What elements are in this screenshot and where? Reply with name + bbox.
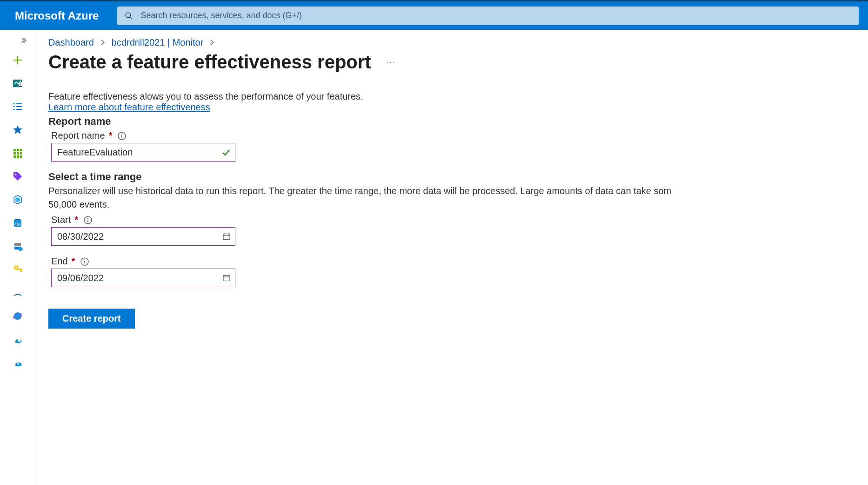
required-asterisk: *: [74, 215, 78, 225]
all-services-list-icon: [12, 101, 23, 112]
required-asterisk: *: [109, 130, 113, 141]
svg-line-1: [130, 17, 133, 19]
search-input[interactable]: [140, 10, 851, 21]
validation-check-icon: [221, 148, 231, 157]
end-date-input[interactable]: [51, 269, 235, 287]
azure-monitor-icon: [12, 334, 23, 345]
end-label-row: End *: [51, 256, 868, 267]
resource-groups-icon: [12, 194, 23, 205]
nav-favorites[interactable]: [0, 118, 35, 141]
svg-rect-30: [20, 270, 22, 272]
start-label-row: Start *: [51, 215, 868, 225]
svg-point-28: [15, 267, 17, 269]
svg-text:SQL: SQL: [14, 223, 20, 226]
sql-servers-icon: [12, 241, 23, 252]
section-heading-time-range: Select a time range: [48, 171, 868, 183]
page-title: Create a feature effectiveness report: [48, 52, 371, 73]
key-vaults-icon: [12, 264, 23, 275]
svg-rect-48: [223, 276, 230, 281]
favorites-star-icon: [12, 124, 23, 135]
info-icon[interactable]: [80, 257, 89, 266]
brand-label: Microsoft Azure: [15, 9, 99, 22]
svg-rect-19: [20, 152, 22, 155]
svg-point-0: [126, 13, 131, 18]
main-content: Dashboard bcdrdrill2021 | Monitor Create…: [35, 30, 868, 485]
start-label: Start: [51, 215, 71, 225]
chevron-right-icon: [210, 37, 214, 48]
nav-dashboard[interactable]: [0, 72, 35, 95]
svg-point-37: [121, 134, 122, 135]
create-report-button[interactable]: Create report: [48, 309, 135, 329]
nav-all-services[interactable]: [0, 95, 35, 118]
start-date-input[interactable]: [51, 227, 235, 246]
report-name-label-row: Report name *: [51, 130, 868, 141]
calendar-icon[interactable]: [222, 274, 231, 282]
nav-all-resources[interactable]: [0, 141, 35, 165]
intro-text: Feature effectiveness alows you to asses…: [48, 91, 868, 102]
nav-cosmos-db[interactable]: [0, 304, 35, 328]
nav-sql-servers[interactable]: [0, 235, 35, 258]
cosmos-db-icon: [12, 310, 23, 322]
learn-more-link[interactable]: Learn more about feature effectiveness: [48, 102, 210, 113]
report-name-input-wrap: [51, 143, 235, 162]
page-title-row: Create a feature effectiveness report ⋯: [48, 52, 868, 73]
section-heading-report-name: Report name: [48, 115, 868, 128]
chevron-expand-icon: [20, 37, 27, 44]
svg-rect-29: [18, 269, 22, 270]
global-search[interactable]: [117, 7, 859, 25]
svg-point-47: [84, 259, 85, 260]
tags-icon: [12, 171, 23, 182]
info-icon[interactable]: [118, 132, 126, 140]
svg-point-9: [13, 108, 14, 110]
cloud-sync-icon: [12, 357, 23, 368]
nav-cloud-sync[interactable]: [0, 351, 35, 374]
calendar-icon[interactable]: [222, 232, 231, 241]
nav-resource-groups[interactable]: [0, 188, 35, 211]
breadcrumb-resource[interactable]: bcdrdrill2021 | Monitor: [112, 37, 204, 48]
nav-azure-arc[interactable]: [0, 281, 35, 304]
svg-marker-13: [13, 125, 22, 134]
svg-rect-5: [19, 83, 20, 86]
azure-top-header: Microsoft Azure: [0, 0, 868, 30]
report-name-label: Report name: [51, 130, 105, 141]
sql-databases-icon: SQL: [12, 217, 23, 229]
nav-sql-databases[interactable]: SQL: [0, 211, 35, 235]
report-name-input[interactable]: [51, 143, 235, 162]
svg-rect-16: [20, 149, 22, 151]
nav-azure-monitor[interactable]: [0, 328, 35, 351]
time-range-desc-line2: 50,000 events.: [48, 199, 868, 210]
svg-rect-41: [223, 234, 230, 240]
svg-rect-15: [17, 149, 19, 151]
nav-tags[interactable]: [0, 165, 35, 188]
nav-create-resource[interactable]: [0, 48, 35, 72]
svg-rect-21: [17, 155, 19, 158]
shell: SQL: [0, 30, 868, 485]
end-date-input-wrap: [51, 269, 235, 287]
svg-rect-20: [13, 155, 16, 158]
info-icon[interactable]: [84, 216, 92, 224]
nav-key-vaults[interactable]: [0, 258, 35, 281]
svg-rect-22: [20, 155, 22, 158]
left-nav-rail: SQL: [0, 30, 35, 485]
expand-nav-button[interactable]: [0, 33, 35, 48]
breadcrumb-dashboard[interactable]: Dashboard: [48, 37, 94, 48]
svg-rect-6: [20, 82, 22, 86]
all-resources-grid-icon: [12, 148, 23, 159]
svg-rect-14: [13, 149, 16, 151]
more-actions-button[interactable]: ⋯: [386, 57, 396, 68]
chevron-right-icon: [100, 37, 105, 48]
time-range-desc-line1: Personalizer will use historical data to…: [48, 186, 868, 196]
required-asterisk: *: [72, 256, 75, 267]
breadcrumb: Dashboard bcdrdrill2021 | Monitor: [48, 37, 868, 48]
dashboard-icon: [12, 78, 23, 89]
svg-point-8: [13, 106, 14, 107]
create-resource-icon: [12, 54, 23, 66]
svg-point-26: [18, 247, 23, 251]
end-label: End: [51, 256, 68, 267]
svg-point-7: [13, 103, 14, 104]
svg-rect-17: [13, 152, 16, 155]
search-icon: [125, 12, 133, 20]
start-date-input-wrap: [51, 227, 235, 246]
svg-point-23: [15, 174, 16, 175]
svg-rect-18: [17, 152, 19, 155]
